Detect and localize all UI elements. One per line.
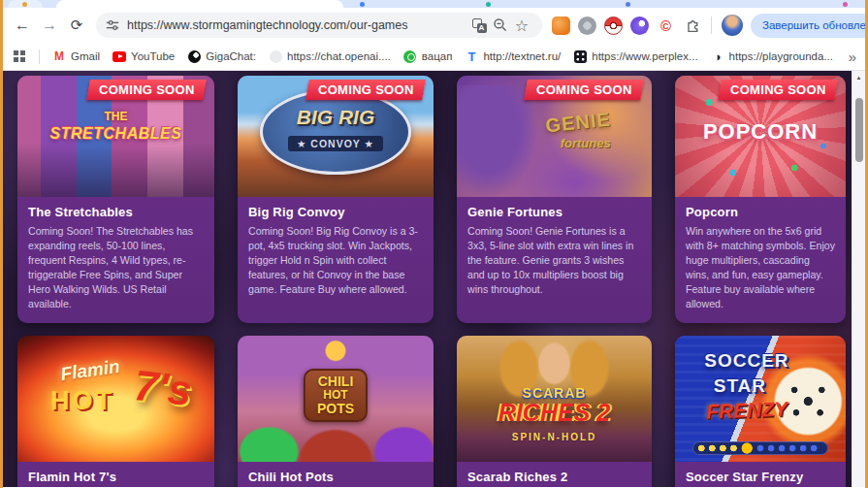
- apps-grid-icon[interactable]: [13, 49, 26, 63]
- scrollbar-thumb[interactable]: [855, 98, 863, 162]
- perplexity-icon: [574, 50, 587, 63]
- forward-icon: [42, 17, 57, 33]
- game-thumbnail: CHILI HOT POTS: [238, 336, 434, 462]
- game-thumbnail: THE STRETCHABLES COMING SOON: [17, 76, 214, 197]
- game-thumbnail: SCARAB RICHES 2 SPIN-N-HOLD: [457, 336, 652, 462]
- playground-icon: [711, 49, 724, 63]
- reload-icon: [71, 17, 83, 33]
- game-title: Popcorn: [686, 205, 835, 219]
- address-bar[interactable]: https://www.stormgamingtechnology.com/ou…: [96, 13, 542, 38]
- game-thumbnail: POPCORN COMING SOON: [675, 76, 846, 197]
- game-title: Big Rig Convoy: [248, 205, 423, 219]
- tab-favicon: [843, 2, 848, 7]
- tab-strip[interactable]: [3, 0, 865, 8]
- game-thumbnail: SOCCER STAR FRENZY: [675, 336, 846, 462]
- game-description: Coming Soon! Genie Fortunes is a 3x3, 5-…: [467, 224, 641, 297]
- page-viewport: THE STRETCHABLES COMING SOON The Stretch…: [3, 71, 865, 487]
- bookmarks-bar: Gmail YouTube GigaChat: https://chat.ope…: [3, 43, 865, 71]
- gmail-icon: [52, 49, 66, 63]
- game-thumbnail: GENIE fortunes COMING SOON: [457, 76, 652, 197]
- game-card-chili-hot-pots[interactable]: CHILI HOT POTS Chili Hot Pots Join the M…: [238, 336, 434, 487]
- whatsapp-icon: [403, 50, 416, 63]
- bookmark-item-perplexity[interactable]: https://www.perplex...: [573, 49, 697, 63]
- game-thumbnail: BIG RIG ★ CONVOY ★ COMING SOON: [238, 76, 434, 197]
- trophy-trail-bar: [692, 441, 829, 455]
- coming-soon-ribbon: COMING SOON: [524, 80, 644, 100]
- game-title: Flamin Hot 7's: [28, 470, 204, 484]
- bookmark-item-playground[interactable]: https://playgrounda...: [711, 49, 833, 63]
- toolbar-divider: [711, 16, 712, 34]
- bookmark-star-icon[interactable]: [511, 15, 532, 36]
- tab-favicon: [626, 2, 630, 7]
- profile-avatar[interactable]: [722, 15, 743, 36]
- extension-icon-copyright[interactable]: [657, 16, 675, 35]
- youtube-icon: [113, 51, 126, 62]
- t-icon: [465, 49, 478, 63]
- scrollbar-up-arrow[interactable]: [852, 71, 865, 83]
- game-title: Soccer Star Frenzy: [686, 470, 835, 484]
- extension-icon-gray[interactable]: [578, 16, 596, 35]
- game-card-big-rig-convoy[interactable]: BIG RIG ★ CONVOY ★ COMING SOON Big Rig C…: [238, 76, 434, 323]
- browser-toolbar: https://www.stormgamingtechnology.com/ou…: [3, 8, 865, 43]
- bookmark-item-gmail[interactable]: Gmail: [52, 49, 100, 63]
- bookmark-item-openai[interactable]: https://chat.openai....: [269, 49, 391, 63]
- game-description: Win anywhere on the 5x6 grid with 8+ mat…: [686, 224, 835, 311]
- games-grid: THE STRETCHABLES COMING SOON The Stretch…: [17, 76, 846, 487]
- bookmark-item-whatsapp[interactable]: вацап: [403, 49, 453, 63]
- game-card-genie-fortunes[interactable]: GENIE fortunes COMING SOON Genie Fortune…: [457, 76, 652, 323]
- bookmark-item-youtube[interactable]: YouTube: [113, 49, 175, 63]
- translate-icon[interactable]: [468, 15, 490, 36]
- browser-window: https://www.stormgamingtechnology.com/ou…: [0, 0, 868, 488]
- game-card-flamin-hot-7s[interactable]: Flamin HOT 7's Flamin Hot 7's Flamin Hot…: [17, 336, 214, 487]
- extensions-puzzle-icon[interactable]: [683, 16, 701, 35]
- game-card-scarab-riches-2[interactable]: SCARAB RICHES 2 SPIN-N-HOLD Scarab Riche…: [457, 336, 652, 487]
- extension-icon-orange[interactable]: [552, 16, 570, 35]
- page-scrollbar[interactable]: [852, 71, 865, 487]
- back-button[interactable]: [9, 12, 36, 39]
- forward-button[interactable]: [36, 12, 63, 39]
- game-card-soccer-star-frenzy[interactable]: SOCCER STAR FRENZY Soccer Star Frenzy So…: [675, 336, 846, 487]
- game-title: Scarab Riches 2: [467, 470, 641, 484]
- game-description: Coming Soon! Big Rig Convoy is a 3-pot, …: [248, 224, 423, 297]
- back-icon: [15, 17, 30, 33]
- url-text[interactable]: https://www.stormgamingtechnology.com/ou…: [127, 18, 468, 32]
- bookmarks-divider: [39, 49, 40, 64]
- bookmark-item-gigachat[interactable]: GigaChat:: [187, 49, 256, 63]
- zoom-icon[interactable]: [490, 15, 511, 36]
- tab-favicon: [360, 2, 365, 7]
- extension-icon-purple[interactable]: [630, 16, 649, 35]
- openai-icon: [270, 50, 282, 63]
- game-thumbnail: Flamin HOT 7's: [17, 336, 214, 462]
- extension-icon-pokeball[interactable]: [604, 16, 623, 35]
- game-title: Chili Hot Pots: [248, 470, 423, 484]
- reload-button[interactable]: [63, 12, 90, 39]
- game-title: Genie Fortunes: [467, 205, 641, 219]
- bookmark-item-textnet[interactable]: http://textnet.ru/: [465, 49, 561, 63]
- site-settings-icon[interactable]: [106, 18, 119, 32]
- gigachat-icon: [188, 50, 201, 63]
- finish-update-button[interactable]: Завершить обновление: [751, 14, 868, 38]
- game-card-the-stretchables[interactable]: THE STRETCHABLES COMING SOON The Stretch…: [17, 76, 214, 323]
- tab-favicon: [22, 2, 27, 7]
- active-tab[interactable]: [56, 0, 343, 8]
- bookmarks-overflow-chevron[interactable]: [846, 49, 859, 63]
- tab-favicon: [486, 2, 491, 7]
- coming-soon-ribbon: COMING SOON: [86, 80, 207, 100]
- game-description: Coming Soon! The Stretchables has expand…: [28, 224, 204, 311]
- coming-soon-ribbon: COMING SOON: [718, 80, 838, 100]
- game-card-popcorn[interactable]: POPCORN COMING SOON Popcorn Win anywhere…: [675, 76, 846, 323]
- game-title: The Stretchables: [28, 205, 204, 219]
- coming-soon-ribbon: COMING SOON: [305, 80, 426, 100]
- chili-pot-logo: CHILI HOT POTS: [304, 369, 368, 422]
